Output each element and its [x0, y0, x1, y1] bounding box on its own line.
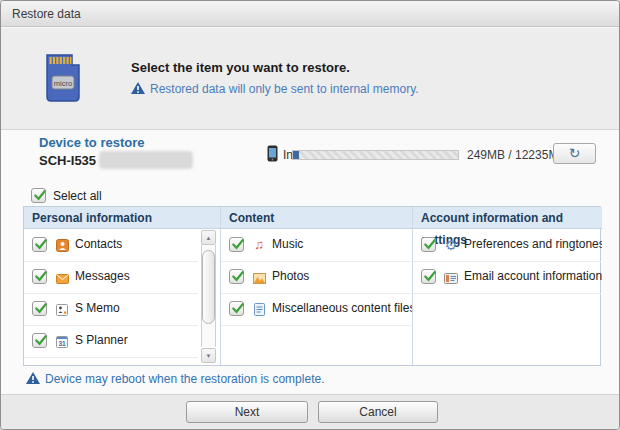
personal-list-scrollbar[interactable]: ▲ ▼ — [201, 230, 216, 363]
button-bar: Next Cancel — [1, 394, 619, 429]
restore-items-table: Personal information Contacts Messages S… — [23, 206, 601, 366]
list-item-contacts[interactable]: Contacts — [24, 229, 198, 262]
item-label: S Memo — [75, 293, 120, 324]
info-warning-line: Restored data will only be sent to inter… — [131, 82, 419, 97]
gear-icon: ⚙ — [444, 238, 458, 252]
title-bar[interactable]: Restore data — [1, 1, 619, 27]
column-header: Content — [221, 207, 412, 229]
list-item-s-planner[interactable]: 31 S Planner — [24, 325, 198, 358]
s-memo-icon — [55, 302, 69, 316]
item-label: Contacts — [75, 229, 122, 260]
next-button[interactable]: Next — [186, 401, 308, 423]
list-item-music[interactable]: ♫ Music — [221, 229, 411, 262]
scroll-down-icon[interactable]: ▼ — [201, 348, 216, 363]
cancel-button[interactable]: Cancel — [318, 401, 438, 423]
item-label: Music — [272, 229, 303, 260]
item-label: Photos — [272, 261, 309, 292]
refresh-icon: ↻ — [569, 145, 581, 161]
list-item-preferences-and-ringtones[interactable]: ⚙ Preferences and ringtones — [413, 229, 601, 262]
item-checkbox[interactable] — [229, 237, 244, 252]
list-item-miscellaneous-content-files[interactable]: Miscellaneous content files — [221, 293, 411, 326]
email-icon — [444, 270, 458, 284]
column-body: ⚙ Preferences and ringtones Email accoun… — [413, 229, 602, 365]
column-account-information: Account information and settings ⚙ Prefe… — [412, 207, 602, 365]
list-item-photos[interactable]: Photos — [221, 261, 411, 294]
item-label: Miscellaneous content files — [272, 293, 412, 324]
info-heading: Select the item you want to restore. — [131, 60, 350, 75]
storage-usage-text: 249MB / 12235MB — [467, 148, 566, 162]
storage-progress-bar — [292, 150, 459, 160]
refresh-button[interactable]: ↻ — [553, 143, 596, 164]
device-serial-redacted — [101, 153, 191, 167]
column-personal-information: Personal information Contacts Messages S… — [24, 207, 220, 365]
item-checkbox[interactable] — [32, 333, 47, 348]
contacts-icon — [55, 238, 69, 252]
device-section-title: Device to restore — [39, 135, 145, 150]
list-item-messages[interactable]: Messages — [24, 261, 198, 294]
list-item-call-log[interactable]: Call log — [24, 357, 198, 365]
item-checkbox[interactable] — [229, 269, 244, 284]
music-note-icon: ♫ — [252, 238, 266, 252]
warning-icon — [26, 372, 40, 387]
storage-progress-fill — [293, 151, 299, 159]
window-title: Restore data — [12, 7, 81, 21]
footer-warning-line: Device may reboot when the restoration i… — [26, 372, 324, 387]
item-label: Preferences and ringtones — [464, 229, 602, 260]
item-label: Email account information — [464, 261, 602, 292]
list-item-email-account-information[interactable]: Email account information — [413, 261, 601, 294]
item-checkbox[interactable] — [32, 237, 47, 252]
info-panel: micro Select the item you want to restor… — [1, 28, 619, 130]
info-warning-text: Restored data will only be sent to inter… — [150, 82, 419, 96]
column-body: Contacts Messages S Memo 31 S Planner — [24, 229, 220, 365]
item-label: Call log — [75, 357, 115, 365]
item-checkbox[interactable] — [32, 269, 47, 284]
scrollbar-thumb[interactable] — [202, 250, 215, 324]
item-checkbox[interactable] — [229, 301, 244, 316]
item-checkbox[interactable] — [421, 269, 436, 284]
svg-text:31: 31 — [58, 340, 66, 347]
restore-data-dialog: Restore data micro Select the item you w… — [0, 0, 620, 430]
svg-text:micro: micro — [54, 79, 72, 88]
select-all-row[interactable]: Select all — [31, 186, 102, 202]
select-all-checkbox[interactable] — [31, 188, 46, 203]
photos-icon — [252, 270, 266, 284]
device-model: SCH-I535 — [39, 153, 96, 168]
footer-warning-text: Device may reboot when the restoration i… — [45, 372, 324, 386]
item-label: Messages — [75, 261, 130, 292]
microsd-card-icon: micro — [39, 52, 87, 108]
scroll-up-icon[interactable]: ▲ — [201, 230, 216, 245]
document-icon — [252, 302, 266, 316]
column-header: Account information and settings — [413, 207, 602, 229]
warning-icon — [131, 82, 145, 97]
column-header: Personal information — [24, 207, 220, 229]
s-planner-icon: 31 — [55, 334, 69, 348]
select-all-label: Select all — [53, 189, 102, 203]
item-label: S Planner — [75, 325, 128, 356]
phone-icon — [267, 145, 278, 166]
column-body: ♫ Music Photos Miscellaneous content fil… — [221, 229, 412, 365]
column-content: Content ♫ Music Photos Miscellaneous con… — [220, 207, 412, 365]
item-checkbox[interactable] — [421, 237, 436, 252]
list-item-s-memo[interactable]: S Memo — [24, 293, 198, 326]
messages-icon — [55, 270, 69, 284]
item-checkbox[interactable] — [32, 301, 47, 316]
